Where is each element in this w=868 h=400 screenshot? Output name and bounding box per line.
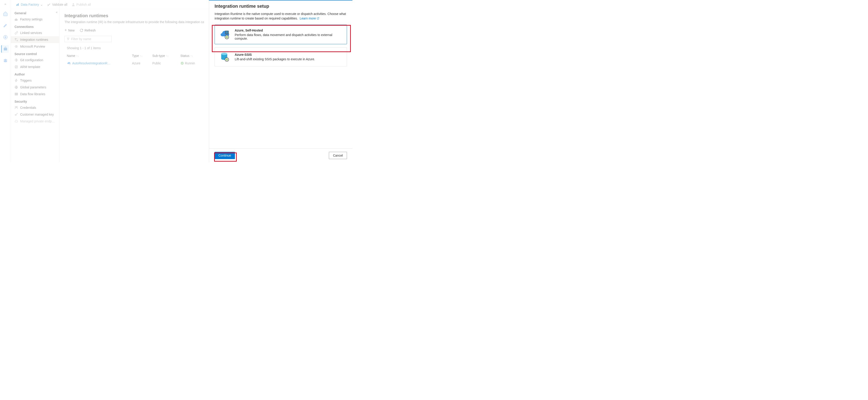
link-icon [14,31,18,35]
collapse-sidebar-button[interactable]: « [56,10,58,14]
learn-more-link[interactable]: Learn more [300,17,319,20]
option-azure-selfhosted[interactable]: Azure, Self-Hosted Perform data flows, d… [215,25,347,44]
svg-rect-7 [15,19,16,20]
sort-icon: ↑↓ [140,54,143,58]
filter-icon [66,37,70,40]
sort-icon: ↑↓ [190,54,193,58]
sidebar-item-arm[interactable]: ARM template [11,63,59,70]
svg-rect-2 [4,48,7,50]
library-icon [14,92,18,96]
label: Triggers [20,79,32,82]
option-title: Azure, Self-Hosted [235,29,342,32]
svg-point-11 [17,40,18,41]
sidebar-item-linked-services[interactable]: Linked services [11,29,59,36]
cell-status: Runnin [178,59,204,67]
eye-icon [14,45,18,48]
sidebar-item-triggers[interactable]: Triggers [11,77,59,84]
filter-input[interactable]: Filter by name [64,36,112,42]
rail-author[interactable] [2,22,9,29]
trigger-icon [14,79,18,82]
rail-monitor[interactable] [2,33,9,41]
globe-icon [14,85,18,89]
panel-title: Integration runtime setup [215,4,347,9]
svg-rect-8 [16,19,17,20]
svg-point-10 [15,38,16,39]
sort-icon: ↑↓ [76,54,79,58]
label: Global parameters [20,85,46,89]
sidebar-item-purview[interactable]: Microsoft Purview [11,43,59,50]
git-icon [14,58,18,62]
svg-point-12 [16,46,17,47]
page-description: The integration runtime (IR) is the comp… [64,20,204,24]
publish-all-button[interactable]: Publish all [71,3,91,6]
svg-rect-27 [226,33,228,33]
ir-setup-panel: Integration runtime setup Integration Ru… [209,0,352,162]
sidebar-item-credentials[interactable]: Credentials [11,104,59,111]
rail-manage[interactable] [1,45,9,53]
svg-rect-17 [15,93,16,95]
cell-type: Azure [130,59,150,67]
runtime-icon [14,38,18,41]
col-status[interactable]: Status↑↓ [178,52,204,59]
label: Microsoft Purview [20,45,45,48]
credentials-icon [14,106,18,110]
rail-learn[interactable] [2,57,9,65]
svg-point-20 [15,107,16,108]
col-type[interactable]: Type↑↓ [130,52,150,59]
refresh-button[interactable]: Refresh [80,28,96,33]
sidebar-item-mpe[interactable]: Managed private endpoints [11,118,59,125]
table-row[interactable]: AutoResolveIntegrationR… Azure Public Ru… [64,59,204,67]
rail-home[interactable] [2,10,9,18]
label: Data flow libraries [20,92,45,96]
expand-rail-button[interactable]: » [4,2,6,6]
label: Linked services [20,31,42,35]
cancel-button[interactable]: Cancel [329,152,347,159]
section-source-control: Source control [11,50,59,57]
svg-point-1 [5,36,6,38]
continue-button[interactable]: Continue [215,152,235,159]
cell-name: AutoResolveIntegrationR… [64,59,130,67]
publish-label: Publish all [76,3,91,6]
label: Credentials [20,106,36,110]
azure-ssis-icon [219,51,230,62]
svg-rect-9 [17,19,18,20]
sidebar-item-git[interactable]: Git configuration [11,57,59,63]
cell-subtype: Public [150,59,178,67]
key-icon [14,113,18,116]
col-subtype[interactable]: Sub-type↑↓ [150,52,178,59]
option-title: Azure-SSIS [235,53,315,56]
sidebar-item-dataflow-libs[interactable]: Data flow libraries [11,91,59,97]
template-icon [14,65,18,69]
panel-footer: Continue Cancel [209,148,352,162]
label: Customer managed key [20,113,54,116]
svg-rect-26 [226,31,228,32]
option-azure-ssis[interactable]: Azure-SSIS Lift-and-shift existing SSIS … [215,47,347,66]
factory-icon [14,18,18,21]
sidebar-item-cmkey[interactable]: Customer managed key [11,111,59,118]
sidebar-item-integration-runtimes[interactable]: Integration runtimes [11,36,59,43]
new-button[interactable]: + New [64,28,75,33]
label: Factory settings [20,18,42,21]
label: Git configuration [20,58,43,62]
sort-icon: ↑↓ [166,54,168,58]
sidebar-item-factory-settings[interactable]: Factory settings [11,16,59,23]
col-name[interactable]: Name↑↓ [64,52,130,59]
svg-point-21 [16,107,18,108]
azure-selfhosted-icon [219,29,230,40]
main-content: Integration runtimes The integration run… [60,9,209,162]
option-subtitle: Perform data flows, data movement and di… [235,33,342,40]
svg-rect-25 [225,31,229,34]
label: Integration runtimes [20,38,48,41]
svg-point-31 [221,53,227,55]
section-connections: Connections [11,23,59,29]
svg-rect-19 [17,93,18,95]
status-ok-icon [180,61,184,65]
refresh-icon [80,29,83,32]
nav-rail: » [0,0,11,162]
section-security: Security [11,97,59,104]
sidebar: « General Factory settings Connections L… [11,0,60,162]
svg-rect-6 [72,5,74,6]
azure-ir-icon [67,61,71,65]
sidebar-item-global-params[interactable]: Global parameters [11,84,59,91]
page-title: Integration runtimes [64,13,204,18]
